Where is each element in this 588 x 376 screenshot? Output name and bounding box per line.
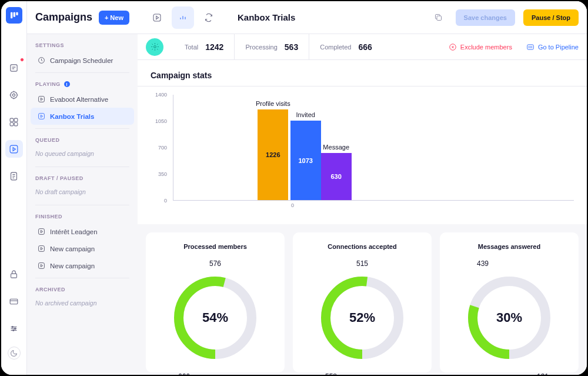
svg-rect-1 bbox=[13, 12, 15, 17]
sidebar-item-label: Intérêt Leadgen bbox=[50, 228, 98, 235]
info-icon[interactable]: i bbox=[64, 81, 70, 87]
svg-rect-7 bbox=[14, 118, 18, 122]
sidebar-item-label: Kanbox Trials bbox=[50, 113, 94, 120]
sidebar-item-label: Campaign Scheduler bbox=[50, 57, 113, 64]
play-icon bbox=[38, 245, 45, 252]
svg-rect-18 bbox=[39, 97, 45, 102]
topbar: Kanbox Trials Save changes Pause / Stop bbox=[138, 1, 587, 34]
exclude-members-link[interactable]: Exclude members bbox=[449, 43, 512, 51]
svg-rect-24 bbox=[437, 16, 442, 21]
tab-sync-icon[interactable] bbox=[198, 6, 220, 29]
rail-target-icon[interactable] bbox=[5, 86, 23, 104]
donut-top-value: 576 bbox=[209, 259, 221, 268]
y-tick: 0 bbox=[164, 198, 167, 204]
gear-icon[interactable] bbox=[146, 38, 163, 56]
rail-theme-icon[interactable] bbox=[8, 347, 21, 360]
sidebar-item-evaboot[interactable]: Evaboot Alternative bbox=[27, 91, 138, 108]
draft-empty: No draft campaign bbox=[27, 185, 138, 201]
rail-grid-icon[interactable] bbox=[5, 113, 23, 131]
bar-profile-visits: Profile visits 1226 bbox=[256, 100, 290, 200]
notification-dot bbox=[20, 58, 24, 62]
campaign-title: Kanbox Trials bbox=[238, 12, 426, 22]
section-draft: DRAFT / PAUSED bbox=[27, 167, 138, 185]
svg-rect-6 bbox=[10, 118, 14, 122]
stat-value: 1242 bbox=[205, 42, 223, 52]
bar-label: Invited bbox=[296, 111, 315, 118]
svg-point-5 bbox=[12, 94, 15, 96]
section-settings: SETTINGS bbox=[27, 34, 138, 52]
stat-label: Total bbox=[185, 44, 198, 51]
section-playing: PLAYING i bbox=[27, 73, 138, 91]
rail-sliders-icon[interactable] bbox=[5, 320, 23, 337]
bar-value: 1226 bbox=[258, 109, 288, 200]
statbar: Total 1242 Processing 563 Completed 666 … bbox=[138, 34, 587, 60]
donut-percent: 54% bbox=[202, 310, 228, 325]
stat-processing: Processing 563 bbox=[235, 34, 309, 59]
play-icon bbox=[38, 228, 45, 235]
section-queued: QUEUED bbox=[27, 129, 138, 147]
link-label: Exclude members bbox=[460, 44, 512, 51]
rail-inbox-icon[interactable] bbox=[5, 59, 23, 76]
svg-point-15 bbox=[15, 328, 16, 329]
clock-icon bbox=[38, 56, 45, 64]
sidebar-item-label: New campaign bbox=[50, 262, 95, 269]
x-tick: 0 bbox=[291, 202, 294, 208]
pause-button[interactable]: Pause / Stop bbox=[523, 9, 579, 26]
donut-top-value: 515 bbox=[356, 259, 368, 268]
svg-rect-20 bbox=[39, 229, 45, 235]
x-circle-icon bbox=[449, 43, 457, 51]
svg-rect-3 bbox=[11, 64, 17, 71]
svg-point-14 bbox=[12, 326, 13, 327]
stats-section-title: Campaign stats bbox=[138, 60, 587, 86]
stat-completed: Completed 666 bbox=[309, 34, 383, 59]
section-finished: FINISHED bbox=[27, 205, 138, 223]
rail-doc-icon[interactable] bbox=[5, 167, 23, 185]
rail-lock-icon[interactable] bbox=[5, 265, 23, 283]
donut-percent: 52% bbox=[349, 310, 375, 325]
queued-empty: No queued campaign bbox=[27, 147, 138, 163]
svg-point-16 bbox=[13, 330, 14, 331]
go-pipeline-link[interactable]: Go to Pipeline bbox=[526, 43, 579, 51]
sidebar-item-new2[interactable]: New campaign bbox=[27, 257, 138, 274]
bar-value: 1073 bbox=[290, 121, 321, 200]
archived-empty: No archived campaign bbox=[27, 296, 138, 312]
stat-label: Completed bbox=[320, 44, 351, 51]
sidebar-item-new1[interactable]: New campaign bbox=[27, 240, 138, 257]
y-tick: 700 bbox=[158, 145, 167, 151]
card-processed: Processed members 576 54% 666 bbox=[146, 232, 285, 372]
sidebar-item-interet[interactable]: Intérêt Leadgen bbox=[27, 223, 138, 240]
sidebar: Campaigns + New SETTINGS Campaign Schedu… bbox=[27, 1, 138, 375]
y-tick: 350 bbox=[158, 171, 167, 177]
sidebar-title: Campaigns bbox=[35, 11, 92, 24]
sidebar-item-kanbox[interactable]: Kanbox Trials bbox=[31, 108, 134, 125]
svg-rect-9 bbox=[14, 122, 18, 126]
svg-rect-0 bbox=[11, 12, 12, 19]
app-logo[interactable] bbox=[6, 7, 22, 24]
bar-invited: Invited 1073 bbox=[290, 111, 321, 200]
tab-play-icon[interactable] bbox=[146, 6, 168, 29]
y-tick: 1400 bbox=[155, 92, 167, 98]
nav-rail bbox=[1, 1, 27, 375]
tab-stats-icon[interactable] bbox=[172, 6, 194, 29]
copy-icon[interactable] bbox=[430, 9, 447, 26]
svg-rect-23 bbox=[153, 14, 161, 21]
svg-rect-19 bbox=[39, 114, 45, 119]
svg-point-25 bbox=[153, 46, 156, 48]
save-button: Save changes bbox=[456, 9, 515, 26]
y-axis: 1400 1050 700 350 0 bbox=[151, 95, 169, 201]
svg-rect-2 bbox=[16, 12, 18, 15]
sidebar-item-label: Evaboot Alternative bbox=[50, 96, 108, 103]
pipeline-icon bbox=[526, 43, 534, 51]
svg-rect-12 bbox=[11, 274, 17, 278]
rail-campaigns-icon[interactable] bbox=[5, 140, 23, 158]
svg-point-4 bbox=[11, 91, 17, 98]
rail-card-icon[interactable] bbox=[5, 292, 23, 310]
sidebar-item-scheduler[interactable]: Campaign Scheduler bbox=[27, 52, 138, 69]
card-accepted: Connections accepted 515 52% 558 bbox=[293, 232, 432, 372]
svg-rect-13 bbox=[10, 299, 18, 304]
stat-value: 563 bbox=[285, 42, 298, 52]
new-campaign-button[interactable]: + New bbox=[99, 11, 129, 25]
link-label: Go to Pipeline bbox=[538, 44, 579, 51]
bar-label: Message bbox=[323, 144, 349, 151]
stat-label: Processing bbox=[245, 44, 277, 51]
